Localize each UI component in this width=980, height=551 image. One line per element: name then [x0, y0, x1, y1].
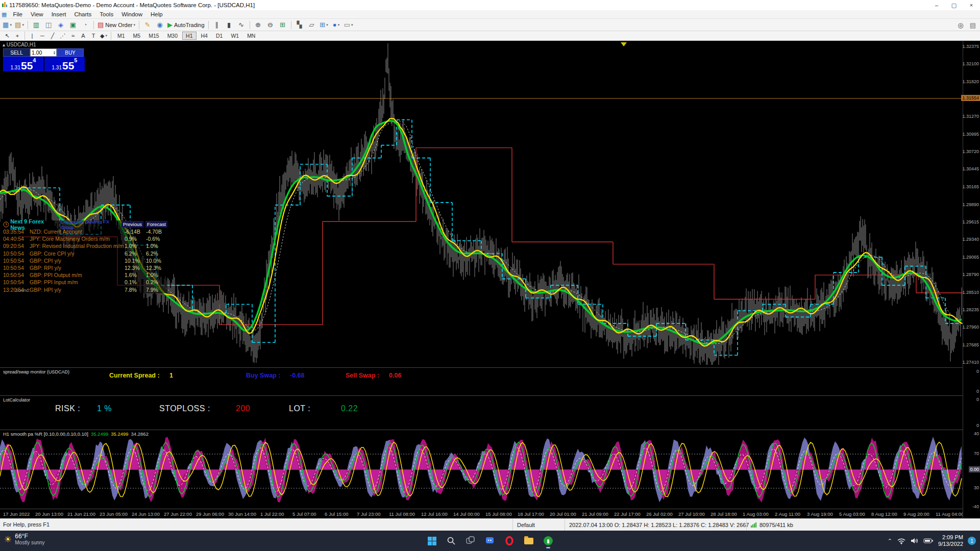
close-button[interactable]: × — [963, 0, 980, 10]
shapes-tool-button[interactable]: ◆▾ — [99, 32, 108, 40]
menu-file[interactable]: File — [9, 10, 27, 19]
start-button[interactable] — [425, 533, 438, 548]
menu-window[interactable]: Window — [117, 10, 146, 19]
autotrading-button[interactable]: ▶AutoTrading — [166, 20, 206, 30]
expert-advisors-button[interactable]: ◉ — [154, 20, 165, 30]
tile-windows-button[interactable]: ⊞ — [277, 20, 288, 30]
trendline-tool-button[interactable]: ╱ — [48, 32, 57, 40]
timeframe-h1-button[interactable]: H1 — [182, 32, 196, 40]
oscillator-value-2: 35.2499 — [111, 431, 128, 437]
time-axis-label: 29 Jun 06:00 — [196, 511, 224, 517]
time-axis-label: 8 Aug 12:00 — [871, 511, 897, 517]
cursor-tool-button[interactable]: ↖ — [3, 32, 12, 40]
oscillator-canvas[interactable] — [0, 430, 963, 509]
menu-insert[interactable]: Insert — [47, 10, 70, 19]
time-axis[interactable]: 17 Jun 202220 Jun 13:0021 Jun 21:0023 Ju… — [0, 509, 980, 518]
new-order-icon: ▤ — [97, 21, 104, 28]
profiles-button[interactable]: ▤▾ — [14, 20, 25, 30]
vertical-line-tool-button[interactable]: | — [28, 32, 37, 40]
news-event: JPY: Core Machinery Orders m/m — [30, 236, 125, 242]
scheduler-button[interactable]: ●▾ — [331, 20, 342, 30]
menu-help[interactable]: Help — [146, 10, 167, 19]
new-window-button[interactable]: ⊞▾ — [318, 20, 330, 30]
metatrader-button[interactable]: ▮ — [542, 533, 555, 548]
price-axis-label: 1.32100 — [962, 61, 979, 66]
auto-arrange-button[interactable]: ▚ — [294, 20, 305, 30]
timeframe-w1-button[interactable]: W1 — [227, 32, 242, 40]
main-chart-canvas[interactable] — [0, 41, 963, 367]
strategy-tester-button[interactable]: ◔ — [80, 20, 91, 30]
battery-icon[interactable] — [923, 538, 934, 544]
volume-input[interactable]: 1.00 ▴▾ — [30, 48, 57, 57]
caret-down-icon: ▾ — [105, 34, 107, 38]
bar-chart-button[interactable]: ∥ — [211, 20, 223, 30]
timeframe-m5-button[interactable]: M5 — [130, 32, 144, 40]
task-view-button[interactable] — [464, 533, 477, 548]
market-watch-button[interactable]: ▥ — [31, 20, 42, 30]
timeframe-mn-button[interactable]: MN — [243, 32, 259, 40]
quick-help-button[interactable]: ▤ — [967, 20, 978, 30]
navigator-button[interactable]: ◈ — [55, 20, 66, 30]
percent-r-indicator-panel[interactable]: H1 smooth pa %R [0.10,0.00,0.10,0.10]35.… — [0, 430, 963, 509]
bid-price[interactable]: 1.31 55 4 — [3, 57, 43, 71]
volume-spinner[interactable]: ▴▾ — [54, 51, 55, 55]
sell-button[interactable]: SELL — [3, 48, 30, 57]
price-scale[interactable]: 1.323751.321001.318201.312701.309951.307… — [963, 41, 980, 518]
menu-tools[interactable]: Tools — [95, 10, 117, 19]
terminal-button[interactable]: ▣ — [67, 20, 79, 30]
lot-value: 0.22 — [341, 404, 358, 413]
equidistant-channel-tool-button[interactable]: ⋰ — [58, 32, 67, 40]
horizontal-line-tool-button[interactable]: ─ — [38, 32, 47, 40]
fibonacci-tool-button[interactable]: ≈ — [68, 32, 78, 40]
crosshair-tool-button[interactable]: + — [13, 32, 22, 40]
file-explorer-button[interactable] — [522, 533, 535, 548]
auto-arrange-icon: ▚ — [297, 21, 302, 28]
timeframe-m1-button[interactable]: M1 — [114, 32, 129, 40]
menu-view[interactable]: View — [27, 10, 47, 19]
line-chart-button[interactable]: ∿ — [236, 20, 247, 30]
connection-traffic: 80975/411 kb — [760, 522, 793, 528]
zoom-in-button[interactable]: ⊕ — [253, 20, 264, 30]
sell-swap-label: Sell Swap : — [346, 372, 379, 379]
menu-charts[interactable]: Charts — [70, 10, 95, 19]
tray-chevron-icon[interactable]: ⌃ — [888, 538, 892, 544]
statusb-profile[interactable]: Default — [512, 519, 565, 531]
minimize-button[interactable]: – — [928, 0, 945, 10]
taskbar-clock[interactable]: 2:09 PM 9/13/2022 — [938, 534, 963, 547]
new-order-button[interactable]: ▤New Order▾ — [96, 20, 136, 30]
text-label-tool-button[interactable]: T — [89, 32, 98, 40]
maximize-button[interactable]: ▢ — [945, 0, 963, 10]
tile-windows-icon: ⊞ — [280, 21, 285, 28]
timeframe-h4-button[interactable]: H4 — [198, 32, 211, 40]
cascade-windows-button[interactable]: ▱ — [306, 20, 317, 30]
wifi-icon[interactable] — [897, 537, 906, 544]
search-button[interactable] — [445, 533, 458, 548]
timeframe-d1-button[interactable]: D1 — [212, 32, 226, 40]
search-button[interactable]: ◎ — [955, 20, 966, 30]
text-tool-button[interactable]: A — [79, 32, 88, 40]
time-axis-label: 14 Jul 00:00 — [453, 511, 480, 517]
buy-button[interactable]: BUY — [57, 48, 84, 57]
opera-button[interactable] — [503, 533, 516, 548]
chart-area[interactable]: ▴ USDCAD,H1 SELL 1.00 ▴▾ BUY 1.31 55 4 1… — [0, 41, 980, 518]
zoom-out-button[interactable]: ⊖ — [265, 20, 276, 30]
candlestick-chart-button[interactable]: ▮ — [224, 20, 235, 30]
timeframe-m30-button[interactable]: M30 — [164, 32, 181, 40]
volume-icon[interactable] — [911, 537, 919, 544]
taskbar-weather-widget[interactable]: ☀ 66°F Mostly sunny — [4, 533, 45, 546]
news-time: 10:50:54 — [3, 258, 30, 264]
timeframe-m15-button[interactable]: M15 — [145, 32, 162, 40]
notification-badge[interactable]: 1 — [968, 537, 976, 545]
news-row: 09:20:54JPY: Revised Industrial Producti… — [3, 242, 167, 249]
statusbar-connection[interactable]: 80975/411 kb — [746, 519, 807, 531]
metaeditor-button[interactable]: ✎ — [142, 20, 153, 30]
spinner-down-icon[interactable]: ▾ — [54, 53, 55, 55]
ask-price[interactable]: 1.31 55 5 — [44, 57, 85, 71]
options-button[interactable]: ▭▾ — [343, 20, 354, 30]
taskbar-center-apps: ▮ — [425, 531, 555, 551]
chat-button[interactable] — [483, 533, 497, 548]
news-row: 10:50:54GBP: PPI Output m/m1.6%1.0% — [3, 271, 167, 279]
app-icon — [0, 2, 9, 9]
data-window-button[interactable]: ◫ — [43, 20, 54, 30]
new-chart-button[interactable]: ▦▾ — [2, 20, 13, 30]
